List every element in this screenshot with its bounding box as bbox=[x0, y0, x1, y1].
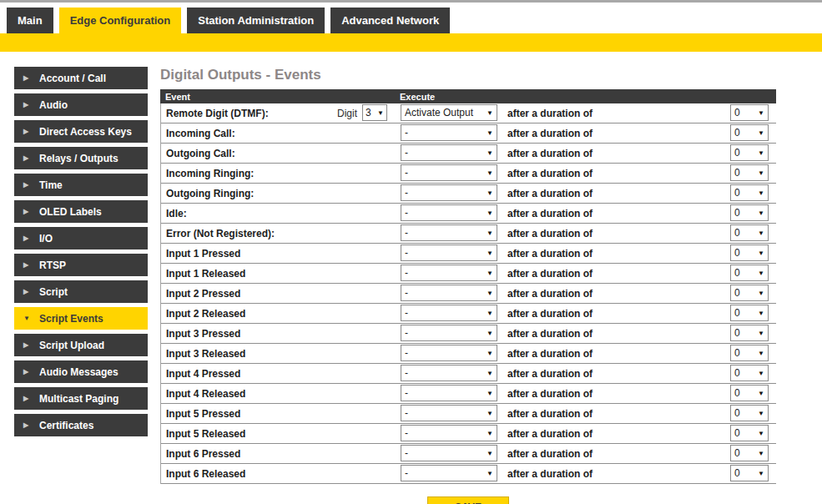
sidebar-item-label: Audio bbox=[39, 99, 68, 111]
chevron-right-icon: ▶ bbox=[23, 154, 31, 162]
chevron-down-icon: ▼ bbox=[758, 249, 764, 257]
execute-select[interactable]: - ▼ bbox=[401, 385, 497, 401]
duration-text: after a duration of bbox=[507, 248, 593, 260]
table-row: Input 4 Pressed - ▼ after a duration of … bbox=[161, 364, 776, 384]
event-label: Error (Not Registered): bbox=[166, 228, 275, 239]
save-button[interactable]: SAVE bbox=[427, 496, 509, 504]
duration-select[interactable]: 0 ▼ bbox=[730, 204, 769, 221]
table-row: Input 1 Pressed - ▼ after a duration of … bbox=[161, 244, 776, 264]
execute-select[interactable]: Activate Output ▼ bbox=[401, 104, 497, 121]
sidebar-item-audio-messages[interactable]: ▶ Audio Messages bbox=[14, 360, 148, 383]
duration-select[interactable]: 0 ▼ bbox=[730, 285, 769, 301]
sidebar-item-multicast-paging[interactable]: ▶ Multicast Paging bbox=[14, 387, 148, 410]
sidebar-item-account-call[interactable]: ▶ Account / Call bbox=[14, 67, 148, 89]
duration-select[interactable]: 0 ▼ bbox=[730, 265, 769, 281]
chevron-down-icon: ▼ bbox=[758, 430, 764, 437]
duration-select[interactable]: 0 ▼ bbox=[730, 184, 769, 201]
execute-select[interactable]: - ▼ bbox=[401, 345, 497, 361]
chevron-down-icon: ▼ bbox=[758, 189, 764, 197]
sidebar-item-script[interactable]: ▶ Script bbox=[14, 280, 148, 303]
chevron-right-icon: ▶ bbox=[23, 234, 31, 242]
chevron-down-icon: ▼ bbox=[758, 410, 764, 417]
execute-select[interactable]: - ▼ bbox=[401, 285, 497, 301]
sidebar-item-label: Script Upload bbox=[39, 340, 104, 351]
sidebar-item-i-o[interactable]: ▶ I/O bbox=[14, 227, 148, 249]
execute-select[interactable]: - ▼ bbox=[401, 325, 497, 341]
sidebar-item-certificates[interactable]: ▶ Certificates bbox=[14, 414, 148, 436]
tab-label: Station Administration bbox=[198, 14, 314, 27]
duration-select[interactable]: 0 ▼ bbox=[730, 124, 769, 141]
duration-select[interactable]: 0 ▼ bbox=[730, 244, 769, 261]
sidebar-item-rtsp[interactable]: ▶ RTSP bbox=[14, 254, 148, 276]
execute-select[interactable]: - ▼ bbox=[401, 184, 497, 201]
execute-select[interactable]: - ▼ bbox=[401, 365, 497, 381]
event-label: Outgoing Call: bbox=[166, 148, 235, 159]
duration-select[interactable]: 0 ▼ bbox=[730, 345, 769, 361]
duration-select[interactable]: 0 ▼ bbox=[730, 405, 769, 421]
sidebar-item-oled-labels[interactable]: ▶ OLED Labels bbox=[14, 200, 148, 223]
tab-advanced-network[interactable]: Advanced Network bbox=[330, 8, 450, 33]
execute-select[interactable]: - ▼ bbox=[401, 244, 497, 261]
sidebar-item-label: RTSP bbox=[39, 260, 66, 271]
execute-select[interactable]: - ▼ bbox=[401, 425, 497, 441]
table-row: Input 2 Released - ▼ after a duration of… bbox=[161, 304, 776, 324]
execute-select[interactable]: - ▼ bbox=[401, 144, 497, 161]
duration-select[interactable]: 0 ▼ bbox=[730, 425, 769, 441]
sidebar-item-label: Direct Access Keys bbox=[39, 126, 132, 138]
tab-main[interactable]: Main bbox=[7, 8, 53, 33]
duration-text: after a duration of bbox=[507, 108, 593, 119]
sidebar-item-direct-access-keys[interactable]: ▶ Direct Access Keys bbox=[14, 120, 148, 143]
sidebar-item-script-upload[interactable]: ▶ Script Upload bbox=[14, 334, 148, 356]
duration-select[interactable]: 0 ▼ bbox=[730, 385, 769, 401]
sidebar-item-audio[interactable]: ▶ Audio bbox=[14, 93, 148, 116]
chevron-down-icon: ▼ bbox=[758, 390, 764, 397]
table-rows: Remote Digit (DTMF): Digit 3 ▼ Activate … bbox=[160, 103, 776, 484]
digit-select[interactable]: 3 ▼ bbox=[362, 104, 387, 121]
execute-select[interactable]: - ▼ bbox=[401, 405, 497, 421]
duration-text: after a duration of bbox=[507, 128, 593, 139]
execute-select[interactable]: - ▼ bbox=[401, 204, 497, 221]
chevron-down-icon: ▼ bbox=[487, 209, 493, 217]
sidebar-item-relays-outputs[interactable]: ▶ Relays / Outputs bbox=[14, 147, 148, 169]
sidebar-item-script-events[interactable]: ▼ Script Events bbox=[14, 307, 148, 330]
tab-station-administration[interactable]: Station Administration bbox=[187, 8, 325, 33]
execute-select[interactable]: - ▼ bbox=[401, 164, 497, 181]
execute-select[interactable]: - ▼ bbox=[401, 445, 497, 461]
duration-select[interactable]: 0 ▼ bbox=[730, 465, 769, 481]
chevron-down-icon: ▼ bbox=[758, 270, 764, 277]
duration-select[interactable]: 0 ▼ bbox=[730, 305, 769, 321]
execute-select[interactable]: - ▼ bbox=[401, 265, 497, 281]
chevron-right-icon: ▶ bbox=[23, 128, 31, 135]
save-row: SAVE bbox=[160, 496, 776, 504]
tab-edge-configuration[interactable]: Edge Configuration bbox=[59, 8, 182, 33]
chevron-right-icon: ▶ bbox=[23, 421, 31, 429]
chevron-down-icon: ▼ bbox=[487, 129, 493, 137]
duration-select[interactable]: 0 ▼ bbox=[730, 104, 769, 121]
sidebar-item-label: Script bbox=[39, 286, 68, 298]
sidebar-item-time[interactable]: ▶ Time bbox=[14, 174, 148, 196]
duration-text: after a duration of bbox=[507, 208, 593, 219]
duration-text: after a duration of bbox=[507, 228, 593, 239]
duration-text: after a duration of bbox=[507, 148, 593, 159]
chevron-down-icon: ▼ bbox=[487, 470, 493, 477]
execute-select[interactable]: - ▼ bbox=[401, 305, 497, 321]
duration-text: after a duration of bbox=[507, 368, 593, 380]
chevron-down-icon: ▼ bbox=[487, 410, 493, 417]
chevron-down-icon: ▼ bbox=[758, 310, 764, 317]
sidebar-item-label: Certificates bbox=[39, 420, 93, 431]
chevron-right-icon: ▶ bbox=[23, 368, 31, 375]
duration-select[interactable]: 0 ▼ bbox=[730, 224, 769, 241]
chevron-right-icon: ▶ bbox=[23, 288, 31, 295]
chevron-down-icon: ▼ bbox=[487, 109, 493, 117]
duration-select[interactable]: 0 ▼ bbox=[730, 365, 769, 381]
accent-bar bbox=[0, 33, 822, 52]
duration-select[interactable]: 0 ▼ bbox=[730, 445, 769, 461]
execute-select[interactable]: - ▼ bbox=[401, 124, 497, 141]
table-row: Outgoing Call: - ▼ after a duration of 0… bbox=[161, 144, 776, 164]
duration-select[interactable]: 0 ▼ bbox=[730, 144, 769, 161]
execute-select[interactable]: - ▼ bbox=[401, 465, 497, 481]
duration-select[interactable]: 0 ▼ bbox=[730, 164, 769, 181]
execute-select[interactable]: - ▼ bbox=[401, 224, 497, 241]
duration-select[interactable]: 0 ▼ bbox=[730, 325, 769, 341]
chevron-right-icon: ▶ bbox=[23, 395, 31, 402]
